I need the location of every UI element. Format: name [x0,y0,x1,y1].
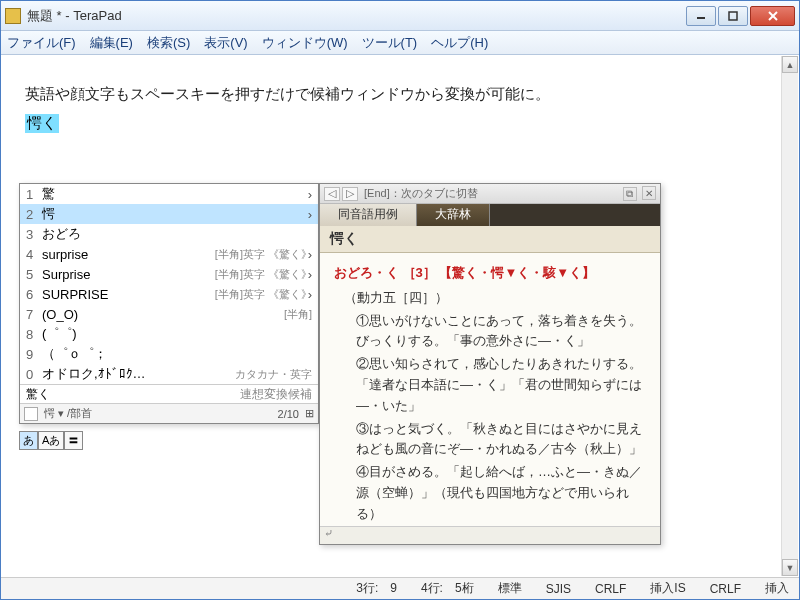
status-insert-2: 挿入 [761,580,793,597]
dict-footer: ⤶ [320,526,660,544]
status-eol-2: CRLF [706,582,745,596]
ime-toolbar: 愕 ▾ /部首 2/10 ⊞ [20,403,318,423]
dict-tab-daijirin[interactable]: 大辞林 [417,204,490,226]
dict-body: おどろ・く ［3］ 【驚く・愕▼く・駭▼く】 （動力五［四］） ①思いがけないこ… [320,253,660,526]
dict-toolbar: ◁ ▷ [End]：次のタブに切替 ⧉ ✕ [320,184,660,204]
ime-candidate-7[interactable]: 7(O_O)[半角] [20,304,318,324]
ime-mode-hiragana[interactable]: あ [19,431,38,450]
composition-text: 愕く [25,114,59,133]
ime-mode-bar: あ Aあ 〓 [19,431,83,450]
dict-def-4: ④目がさめる。「起し給へば，…ふと―・きぬ／源（空蝉）」（現代も四国地方などで用… [356,462,646,524]
ime-tool-icon[interactable] [24,407,38,421]
status-mode: 標準 [494,580,526,597]
titlebar: 無題 * - TeraPad [1,1,799,31]
window-title: 無題 * - TeraPad [27,7,686,25]
dictionary-panel: ◁ ▷ [End]：次のタブに切替 ⧉ ✕ 同音語用例 大辞林 愕く おどろ・く… [319,183,661,545]
status-insert-1: 挿入IS [646,580,689,597]
dict-def-1: ①思いがけないことにあって，落ち着きを失う。びっくりする。「事の意外さに―・く」 [356,311,646,353]
menu-window[interactable]: ウィンドウ(W) [262,34,348,52]
ime-foot-word: 驚く [26,386,50,403]
svg-rect-1 [729,12,737,20]
ime-candidate-3[interactable]: 3おどろ [20,224,318,244]
dict-def-3: ③はっと気づく。「秋きぬと目にはさやかに見えねども風の音にぞ―・かれぬる／古今（… [356,419,646,461]
ime-footer: 驚く 連想変換候補 愕 ▾ /部首 2/10 ⊞ [20,384,318,423]
window-buttons [686,6,795,26]
ime-mode-alpha[interactable]: Aあ [38,431,64,450]
minimize-button[interactable] [686,6,716,26]
dict-def-2: ②思い知らされて，感心したりあきれたりする。「達者な日本語に―・く」「君の世間知… [356,354,646,416]
ime-candidate-window: 1驚›2愕›3おどろ4surprise[半角]英字 《驚く》›5Surprise… [19,183,319,424]
editor-area[interactable]: 英語や顔文字もスペースキーを押すだけで候補ウィンドウから変換が可能に。 愕く 1… [1,55,799,577]
ime-candidate-1[interactable]: 1驚› [20,184,318,204]
ime-candidate-5[interactable]: 5Surprise[半角]英字 《驚く》› [20,264,318,284]
status-eol-1: CRLF [591,582,630,596]
menu-edit[interactable]: 編集(E) [90,34,133,52]
menu-help[interactable]: ヘルプ(H) [431,34,488,52]
status-cursor-1: 3行: 9 [352,580,401,597]
ime-mode-symbol[interactable]: 〓 [64,431,83,450]
status-cursor-2: 4行: 5桁 [417,580,478,597]
app-icon [5,8,21,24]
ime-candidate-0[interactable]: 0オドロク,ｵﾄﾞﾛｸ…カタカナ・英字 [20,364,318,384]
menubar: ファイル(F) 編集(E) 検索(S) 表示(V) ウィンドウ(W) ツール(T… [1,31,799,55]
dict-pin-button[interactable]: ⧉ [623,187,637,201]
scroll-track[interactable] [782,73,798,559]
menu-search[interactable]: 検索(S) [147,34,190,52]
menu-tools[interactable]: ツール(T) [362,34,418,52]
ime-counter: 2/10 [278,408,299,420]
statusbar: 3行: 9 4行: 5桁 標準 SJIS CRLF 挿入IS CRLF 挿入 [1,577,799,599]
vertical-scrollbar[interactable]: ▲ ▼ [781,56,798,576]
dict-forward-button[interactable]: ▷ [342,187,358,201]
dict-back-button[interactable]: ◁ [324,187,340,201]
ime-bar-parts[interactable]: 愕 ▾ /部首 [44,406,92,421]
dict-close-button[interactable]: ✕ [642,186,656,200]
menu-file[interactable]: ファイル(F) [7,34,76,52]
ime-candidate-9[interactable]: 9（゜ｏ゜； [20,344,318,364]
app-window: 無題 * - TeraPad ファイル(F) 編集(E) 検索(S) 表示(V)… [0,0,800,600]
ime-candidate-4[interactable]: 4surprise[半角]英字 《驚く》› [20,244,318,264]
scroll-down-button[interactable]: ▼ [782,559,798,576]
ime-candidate-8[interactable]: 8(゜゜) [20,324,318,344]
text-line-1: 英語や顔文字もスペースキーを押すだけで候補ウィンドウから変換が可能に。 [25,83,775,106]
close-button[interactable] [750,6,795,26]
ime-foot-label: 連想変換候補 [240,386,312,403]
dict-tab-homonyms[interactable]: 同音語用例 [320,204,417,226]
menu-view[interactable]: 表示(V) [204,34,247,52]
dict-pos: （動力五［四］） [344,288,646,309]
dict-tabs: 同音語用例 大辞林 [320,204,660,226]
dict-entry-head: おどろ・く ［3］ 【驚く・愕▼く・駭▼く】 [334,263,646,284]
ime-candidate-2[interactable]: 2愕› [20,204,318,224]
ime-expand-icon[interactable]: ⊞ [305,407,314,420]
scroll-up-button[interactable]: ▲ [782,56,798,73]
dict-headword: 愕く [320,226,660,253]
status-encoding: SJIS [542,582,575,596]
maximize-button[interactable] [718,6,748,26]
ime-candidate-6[interactable]: 6SURPRISE[半角]英字 《驚く》› [20,284,318,304]
dict-toolbar-hint: [End]：次のタブに切替 [364,186,621,201]
